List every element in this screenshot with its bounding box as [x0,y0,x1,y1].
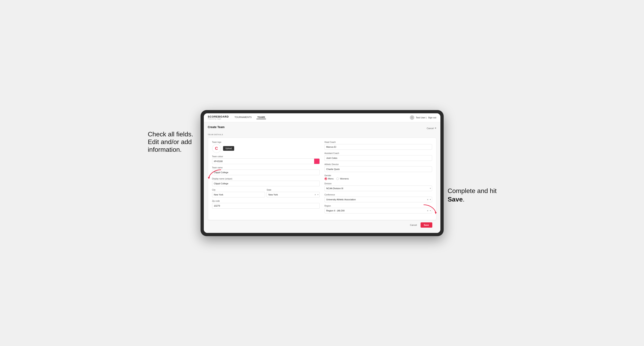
division-select[interactable]: NCAA Division III [324,185,432,191]
zip-code-group: Zip code [212,200,320,209]
state-subgroup: State New York ✕ ▾ [266,189,320,197]
mens-label: Mens [328,177,334,180]
state-select-wrapper: New York ✕ ▾ [266,192,320,197]
team-colour-input[interactable] [212,159,314,164]
team-name-group: Team name [212,167,320,175]
close-icon: ✕ [434,127,436,130]
city-state-row: City State New York [212,189,320,197]
division-label: Division [324,182,432,185]
cancel-footer-button[interactable]: Cancel [408,223,419,227]
tablet-frame: SCOREBOARD Powered by clippd TOURNAMENTS… [200,110,444,236]
conference-group: Conference University Athletic Associati… [324,194,432,202]
team-name-input[interactable] [212,170,320,175]
sign-out-link[interactable]: Sign out [428,116,436,119]
region-label: Region [324,205,432,207]
gender-label: Gender [324,174,432,177]
form-grid: Team logo C Upload Team colour [212,141,432,216]
form-panel: Team logo C Upload Team colour [208,138,436,220]
section-label: TEAM DETAILS [208,134,436,136]
conference-select-wrapper: University Athletic Association ✕ ▾ [324,197,432,202]
brand-sub: Powered by clippd [208,118,229,120]
annotation-left: Check all fields.Edit and/or addinformat… [148,130,196,154]
logo-circle: C [212,144,221,153]
colour-row [212,159,320,164]
gender-radio-group: Mens Womens [324,177,432,180]
nav-links: TOURNAMENTS TEAMS [234,116,266,119]
city-label: City [212,189,265,191]
athletic-director-label: Athletic Director [324,163,432,166]
region-select-wrapper: Region II - (M) DIII ✕ ▾ [324,208,432,213]
mens-radio-dot [324,177,327,180]
team-name-label: Team name [212,167,320,169]
state-label: State [266,189,320,191]
womens-label: Womens [340,177,349,180]
navbar: SCOREBOARD Powered by clippd TOURNAMENTS… [204,113,440,122]
team-colour-label: Team colour [212,155,320,158]
womens-radio-dot [336,177,339,180]
assistant-coach-group: Assistant Coach [324,152,432,161]
athletic-director-group: Athletic Director [324,163,432,172]
region-group: Region Region II - (M) DIII ✕ ▾ [324,205,432,213]
main-content: Create Team Cancel ✕ TEAM DETAILS [204,122,440,233]
conference-select[interactable]: University Athletic Association [324,197,432,202]
user-avatar: T [410,115,414,120]
logo-area: C Upload [212,144,320,153]
display-name-label: Display name (unique) [212,178,320,180]
team-logo-label: Team logo [212,141,320,143]
page-title: Create Team [208,126,225,129]
team-colour-group: Team colour [212,155,320,164]
city-input[interactable] [212,192,265,197]
gender-group: Gender Mens Womens [324,174,432,180]
division-select-wrapper: NCAA Division III ▾ [324,185,432,191]
page-header-row: Create Team Cancel ✕ [208,126,436,131]
cancel-top-button[interactable]: Cancel ✕ [427,127,436,130]
form-right-column: Head Coach Assistant Coach Athletic Dire… [324,141,432,216]
annotation-right: Complete and hit Save. [448,187,500,203]
zip-label: Zip code [212,200,320,202]
state-clear-icon[interactable]: ✕ [314,193,316,196]
upload-button[interactable]: Upload [223,146,234,151]
tablet-screen: SCOREBOARD Powered by clippd TOURNAMENTS… [204,113,440,233]
gender-mens-option[interactable]: Mens [324,177,334,180]
conference-label: Conference [324,194,432,196]
head-coach-label: Head Coach [324,141,432,143]
city-state-group: City State New York [212,189,320,197]
conference-clear-icon[interactable]: ✕ [427,198,428,200]
gender-womens-option[interactable]: Womens [336,177,349,180]
assistant-coach-label: Assistant Coach [324,152,432,154]
brand-name: SCOREBOARD [208,115,229,118]
navbar-left: SCOREBOARD Powered by clippd TOURNAMENTS… [208,115,266,120]
form-footer: Cancel Save [208,220,436,230]
navbar-right: T Test User | Sign out [410,115,436,120]
colour-swatch[interactable] [314,159,320,164]
head-coach-input[interactable] [324,144,432,150]
display-name-group: Display name (unique) [212,178,320,186]
assistant-coach-input[interactable] [324,155,432,161]
state-select[interactable]: New York [266,192,320,197]
arrow-left-icon [207,168,223,180]
form-left-column: Team logo C Upload Team colour [212,141,320,216]
arrow-right-icon [422,203,438,215]
user-label: Test User | [416,116,426,119]
display-name-input[interactable] [212,181,320,186]
zip-input[interactable] [212,203,320,209]
region-select[interactable]: Region II - (M) DIII [324,208,432,213]
save-button[interactable]: Save [420,222,432,228]
head-coach-group: Head Coach [324,141,432,150]
nav-teams[interactable]: TEAMS [256,116,266,119]
team-logo-group: Team logo C Upload [212,141,320,153]
brand-logo: SCOREBOARD Powered by clippd [208,115,229,120]
division-group: Division NCAA Division III ▾ [324,182,432,191]
nav-tournaments[interactable]: TOURNAMENTS [234,116,252,119]
city-subgroup: City [212,189,265,197]
athletic-director-input[interactable] [324,166,432,172]
